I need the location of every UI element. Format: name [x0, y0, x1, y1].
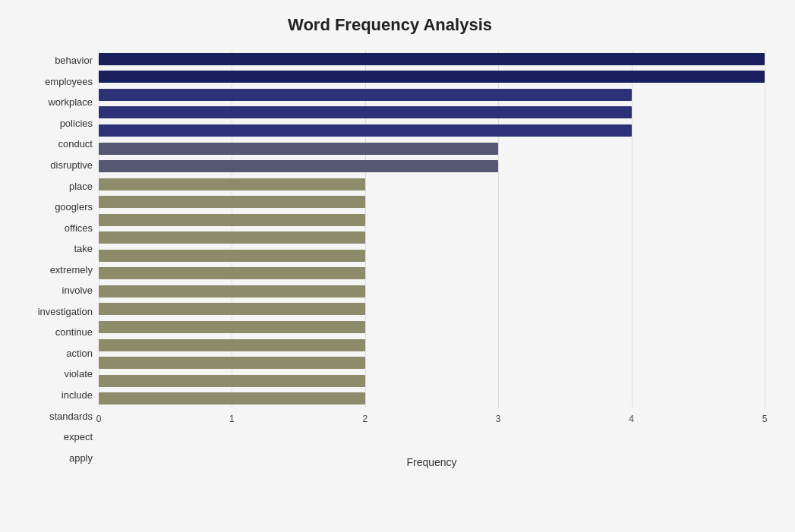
y-label: take	[74, 241, 93, 257]
chart-container: Word Frequency Analysis behavioremployee…	[0, 0, 795, 532]
x-tick: 0	[96, 414, 102, 424]
chart-area: behavioremployeesworkplacepoliciesconduc…	[15, 50, 765, 468]
y-axis: behavioremployeesworkplacepoliciesconduc…	[15, 50, 99, 468]
y-label: investigation	[38, 303, 93, 320]
x-axis: 012345	[99, 411, 765, 441]
bar	[99, 357, 365, 369]
bar-row	[99, 140, 765, 157]
x-tick: 3	[496, 414, 501, 424]
bar	[99, 124, 632, 137]
bar-row	[99, 122, 765, 139]
bar	[99, 267, 365, 279]
grid-line	[765, 50, 765, 408]
y-label: extremely	[50, 261, 93, 278]
bar-row	[99, 283, 765, 300]
y-label: googlers	[55, 199, 93, 216]
y-label: action	[66, 345, 93, 361]
y-label: involve	[62, 282, 93, 299]
bar	[99, 339, 365, 351]
bar	[99, 160, 498, 172]
y-label: policies	[60, 115, 93, 131]
bar-row	[99, 354, 765, 371]
bar	[99, 392, 365, 405]
y-label: conduct	[58, 136, 93, 153]
y-label: behavior	[55, 52, 93, 69]
y-label: continue	[55, 324, 93, 341]
bar-row	[99, 247, 765, 264]
bars-wrapper	[99, 50, 765, 408]
y-label: standards	[49, 408, 93, 424]
y-label: place	[69, 178, 93, 194]
chart-title: Word Frequency Analysis	[15, 15, 765, 35]
bar-row	[99, 68, 765, 85]
bar-row	[99, 373, 765, 389]
bar-row	[99, 390, 765, 407]
y-label: expect	[64, 429, 93, 445]
bar	[99, 89, 632, 101]
bar-row	[99, 337, 765, 354]
bar-row	[99, 176, 765, 193]
bar	[99, 143, 498, 155]
bar-row	[99, 265, 765, 282]
bar	[99, 214, 365, 226]
y-label: workplace	[48, 94, 93, 111]
y-label: disruptive	[50, 157, 93, 174]
plot-area: 012345 Frequency	[99, 50, 765, 468]
bar	[99, 53, 765, 65]
y-label: apply	[69, 449, 93, 466]
bar	[99, 196, 365, 208]
bar-row	[99, 51, 765, 68]
y-label: include	[62, 387, 93, 404]
bar	[99, 71, 765, 83]
y-label: offices	[65, 219, 93, 236]
x-tick: 1	[229, 414, 235, 424]
bar	[99, 178, 365, 190]
bar	[99, 375, 365, 387]
y-label: violate	[64, 366, 93, 382]
bar	[99, 106, 632, 118]
x-axis-label: Frequency	[99, 456, 765, 468]
y-label: employees	[45, 73, 93, 90]
bar-row	[99, 158, 765, 175]
bar-row	[99, 319, 765, 335]
bar-row	[99, 212, 765, 228]
bar-row	[99, 301, 765, 317]
bar-row	[99, 104, 765, 121]
bar	[99, 285, 365, 297]
bar	[99, 250, 365, 262]
bar-row	[99, 229, 765, 246]
bar-row	[99, 87, 765, 103]
bar	[99, 321, 365, 333]
x-tick: 4	[629, 414, 634, 424]
x-tick: 2	[362, 414, 368, 424]
bar	[99, 231, 365, 244]
x-tick: 5	[762, 414, 768, 424]
bar-row	[99, 194, 765, 210]
bar	[99, 303, 365, 315]
